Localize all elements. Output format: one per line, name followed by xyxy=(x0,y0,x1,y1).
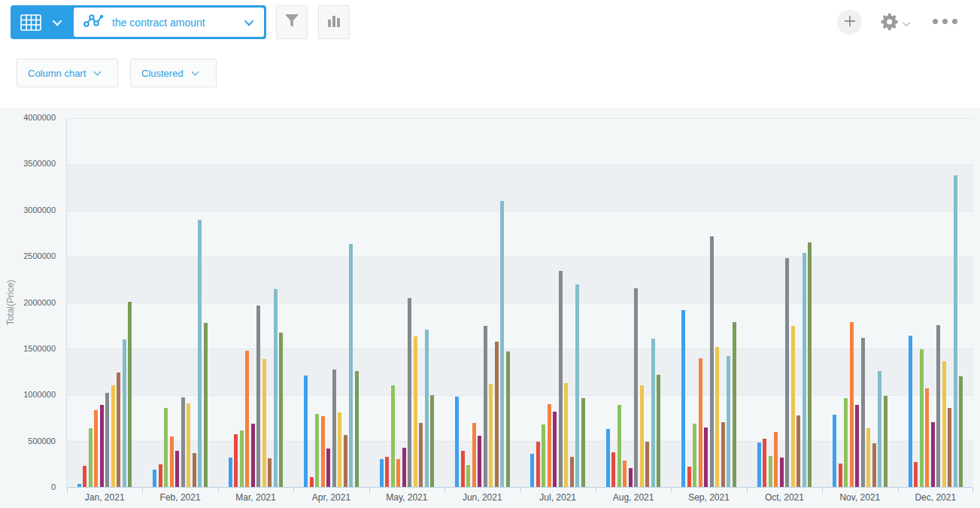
chevron-down-icon[interactable] xyxy=(53,17,62,26)
bar-red[interactable] xyxy=(914,462,918,487)
bar-blue[interactable] xyxy=(606,429,610,487)
bar-red[interactable] xyxy=(763,439,766,487)
bar-yellow[interactable] xyxy=(262,359,266,487)
table-grid-icon[interactable] xyxy=(11,14,49,31)
bar-green[interactable] xyxy=(769,456,772,487)
bar-orange[interactable] xyxy=(170,437,174,487)
bar-green[interactable] xyxy=(466,465,470,487)
bar-brown[interactable] xyxy=(721,422,725,487)
bar-gray[interactable] xyxy=(256,306,260,487)
chart-view-button[interactable] xyxy=(318,5,350,39)
bar-red[interactable] xyxy=(536,442,540,487)
add-button[interactable] xyxy=(837,10,862,35)
bar-red[interactable] xyxy=(385,457,389,487)
bar-olive[interactable] xyxy=(355,371,359,487)
bar-purple[interactable] xyxy=(478,436,481,487)
bar-teal[interactable] xyxy=(274,289,278,487)
bar-teal[interactable] xyxy=(727,356,730,487)
bar-purple[interactable] xyxy=(855,405,859,487)
bar-teal[interactable] xyxy=(651,339,655,487)
bar-purple[interactable] xyxy=(326,449,330,487)
bar-blue[interactable] xyxy=(153,470,156,487)
bar-purple[interactable] xyxy=(175,451,179,487)
bar-gray[interactable] xyxy=(408,298,411,487)
bar-brown[interactable] xyxy=(344,435,347,487)
bar-green[interactable] xyxy=(844,398,848,487)
bar-purple[interactable] xyxy=(402,448,406,487)
bar-gray[interactable] xyxy=(484,326,487,487)
bar-brown[interactable] xyxy=(570,457,574,487)
bar-blue[interactable] xyxy=(77,484,81,487)
bar-gray[interactable] xyxy=(936,325,940,487)
bar-green[interactable] xyxy=(617,405,621,487)
filter-button[interactable] xyxy=(276,5,308,39)
bar-gray[interactable] xyxy=(710,236,714,487)
bar-blue[interactable] xyxy=(229,458,232,487)
more-options-button[interactable] xyxy=(933,19,957,24)
bar-purple[interactable] xyxy=(629,468,633,487)
bar-orange[interactable] xyxy=(699,358,702,487)
bar-purple[interactable] xyxy=(100,405,104,487)
bar-purple[interactable] xyxy=(251,424,255,487)
bar-olive[interactable] xyxy=(808,242,812,487)
bar-orange[interactable] xyxy=(774,432,778,488)
bar-blue[interactable] xyxy=(455,397,459,487)
bar-orange[interactable] xyxy=(94,410,98,487)
bar-green[interactable] xyxy=(693,424,696,487)
settings-button[interactable] xyxy=(880,12,910,35)
bar-green[interactable] xyxy=(391,385,395,487)
bar-orange[interactable] xyxy=(623,461,627,487)
bar-yellow[interactable] xyxy=(866,428,870,487)
dataset-series-picker[interactable]: the contract amount xyxy=(11,5,266,39)
bar-red[interactable] xyxy=(159,464,162,487)
bar-orange[interactable] xyxy=(396,459,400,487)
bar-red[interactable] xyxy=(687,467,691,487)
bar-green[interactable] xyxy=(542,424,545,487)
chevron-down-icon[interactable] xyxy=(244,17,254,26)
bar-purple[interactable] xyxy=(931,422,935,487)
bar-yellow[interactable] xyxy=(489,384,493,487)
bar-teal[interactable] xyxy=(500,201,504,487)
bar-blue[interactable] xyxy=(833,415,836,487)
bar-olive[interactable] xyxy=(581,398,585,487)
bar-teal[interactable] xyxy=(575,284,579,488)
bar-yellow[interactable] xyxy=(942,361,946,487)
bar-blue[interactable] xyxy=(530,454,534,487)
bar-gray[interactable] xyxy=(634,288,638,487)
bar-green[interactable] xyxy=(164,408,168,487)
bar-blue[interactable] xyxy=(757,443,761,487)
bar-blue[interactable] xyxy=(380,459,384,487)
bar-blue[interactable] xyxy=(681,310,685,487)
bar-gray[interactable] xyxy=(861,338,865,487)
bar-red[interactable] xyxy=(839,464,842,487)
bar-green[interactable] xyxy=(315,414,319,487)
bar-red[interactable] xyxy=(234,434,238,487)
bar-brown[interactable] xyxy=(117,373,120,487)
bar-teal[interactable] xyxy=(954,175,957,487)
bar-yellow[interactable] xyxy=(111,385,115,487)
bar-teal[interactable] xyxy=(425,330,429,487)
bar-yellow[interactable] xyxy=(414,336,417,487)
bar-blue[interactable] xyxy=(304,376,308,487)
bar-yellow[interactable] xyxy=(187,403,190,487)
bar-purple[interactable] xyxy=(704,427,708,487)
bar-purple[interactable] xyxy=(553,412,557,487)
bar-green[interactable] xyxy=(920,349,924,487)
bar-olive[interactable] xyxy=(506,351,510,487)
bar-yellow[interactable] xyxy=(564,383,568,487)
bar-teal[interactable] xyxy=(349,244,353,487)
bar-brown[interactable] xyxy=(268,458,272,487)
bar-blue[interactable] xyxy=(909,336,912,487)
bar-olive[interactable] xyxy=(657,375,660,487)
bar-olive[interactable] xyxy=(128,302,132,487)
bar-brown[interactable] xyxy=(872,443,876,487)
bar-olive[interactable] xyxy=(959,376,963,487)
bar-olive[interactable] xyxy=(279,333,283,487)
bar-olive[interactable] xyxy=(204,323,208,487)
bar-olive[interactable] xyxy=(884,396,887,487)
bar-orange[interactable] xyxy=(472,423,476,487)
bar-red[interactable] xyxy=(83,466,86,487)
bar-olive[interactable] xyxy=(430,395,434,488)
bar-gray[interactable] xyxy=(785,258,789,487)
bar-yellow[interactable] xyxy=(791,326,795,487)
